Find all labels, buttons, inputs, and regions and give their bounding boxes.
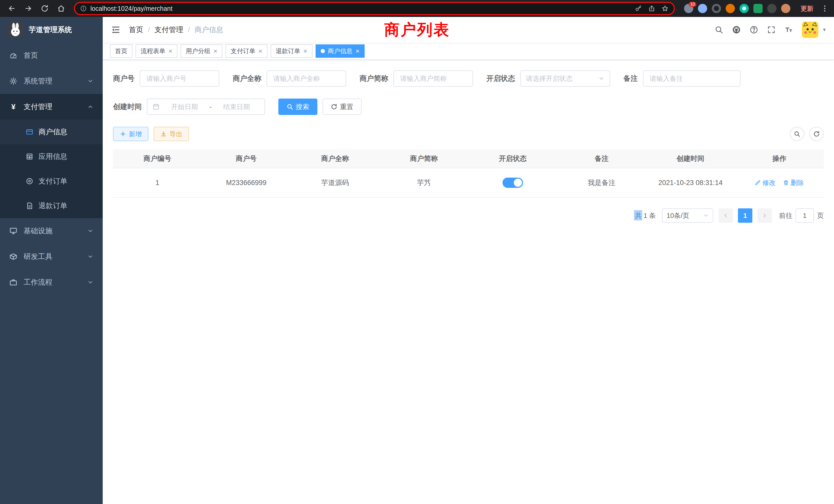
close-icon[interactable]: × <box>304 48 307 54</box>
help-icon[interactable] <box>749 25 758 34</box>
extension-ring-icon[interactable] <box>712 4 721 13</box>
search-icon[interactable] <box>715 25 723 34</box>
calendar-icon <box>153 103 160 110</box>
sidebar-item-workflow[interactable]: 工作流程 <box>0 270 103 295</box>
caret-down-icon[interactable]: ▾ <box>823 26 826 33</box>
app-title: 芋道管理系统 <box>29 25 72 35</box>
breadcrumb-payment[interactable]: 支付管理 <box>155 25 183 35</box>
tab-merchant-info[interactable]: 商户信息 × <box>315 44 365 58</box>
extension-profile-icon[interactable] <box>781 4 790 13</box>
fullscreen-icon[interactable] <box>767 25 776 34</box>
tab-process-form[interactable]: 流程表单 × <box>136 44 177 58</box>
table-toolbar: 新增 导出 <box>113 127 824 141</box>
sidebar-item-system[interactable]: 系统管理 <box>0 68 103 94</box>
extension-note-icon[interactable] <box>753 4 763 13</box>
navbar-actions: ▾ <box>715 22 826 38</box>
plus-icon <box>120 131 126 137</box>
tab-pay-order[interactable]: 支付订单 × <box>225 44 267 58</box>
app-logo[interactable]: 芋道管理系统 <box>0 17 103 43</box>
status-toggle[interactable] <box>503 178 523 188</box>
share-icon[interactable] <box>648 5 655 12</box>
tab-user-group[interactable]: 用户分组 × <box>180 44 222 58</box>
create-time-range-picker[interactable]: 开始日期 - 结束日期 <box>147 98 265 115</box>
reset-button[interactable]: 重置 <box>323 98 361 115</box>
sidebar-subitem-pay-order[interactable]: 支付订单 <box>0 169 103 193</box>
font-size-icon[interactable] <box>785 25 793 34</box>
extension-drop-icon[interactable] <box>698 4 707 13</box>
chevron-down-icon <box>598 75 605 82</box>
toggle-search-button[interactable] <box>790 127 804 141</box>
remark-input[interactable] <box>643 70 741 87</box>
circle-dot-icon <box>26 177 34 185</box>
briefcase-icon <box>9 278 18 287</box>
edit-link[interactable]: 修改 <box>755 178 776 187</box>
notification-badge: 10 <box>689 2 696 7</box>
cell-status <box>468 178 557 188</box>
forward-icon[interactable] <box>22 2 35 15</box>
sidebar-group-payment: ¥ 支付管理 商户信息 应用信息 支付订单 <box>0 94 103 218</box>
browser-update-button[interactable]: 更新 <box>796 4 817 13</box>
chevron-left-icon <box>723 212 729 219</box>
close-icon[interactable]: × <box>356 48 359 54</box>
remark-label: 备注 <box>623 74 638 84</box>
hamburger-icon[interactable] <box>111 25 121 35</box>
dashboard-icon <box>9 51 18 60</box>
page-size-select[interactable]: 10条/页 <box>662 208 713 223</box>
page-1-button[interactable]: 1 <box>738 208 752 223</box>
search-button[interactable]: 搜索 <box>278 98 317 115</box>
extension-swirl-icon[interactable] <box>740 4 749 13</box>
total-count: 共 1 条 <box>635 211 656 220</box>
breadcrumb-home[interactable]: 首页 <box>129 25 143 35</box>
full-name-input[interactable] <box>266 70 346 87</box>
full-name-label: 商户全称 <box>233 74 261 84</box>
github-icon[interactable] <box>732 25 741 34</box>
merchant-no-input[interactable] <box>140 70 219 87</box>
back-icon[interactable] <box>5 2 19 15</box>
extensions-area: 10 <box>681 4 793 13</box>
sidebar-subitem-merchant-info[interactable]: 商户信息 <box>0 120 103 144</box>
extension-pinwheel-icon[interactable] <box>767 4 776 13</box>
avatar[interactable] <box>802 22 818 38</box>
info-icon[interactable] <box>80 5 87 12</box>
jump-page-input[interactable] <box>795 208 814 223</box>
key-icon[interactable] <box>635 5 642 12</box>
sidebar-item-payment[interactable]: ¥ 支付管理 <box>0 94 103 120</box>
tab-refund-order[interactable]: 退款订单 × <box>271 44 312 58</box>
table-row: 1 M233666999 芋道源码 芋艿 我是备注 2021-10-23 08:… <box>113 168 824 198</box>
sidebar-subitem-app-info[interactable]: 应用信息 <box>0 144 103 169</box>
page-jumper: 前往 页 <box>779 208 824 223</box>
sidebar-subitem-refund-order[interactable]: 退款订单 <box>0 193 103 218</box>
prev-page-button[interactable] <box>719 208 733 223</box>
sidebar-item-devtools[interactable]: 研发工具 <box>0 244 103 270</box>
refresh-table-button[interactable] <box>809 127 824 141</box>
sidebar-item-infra[interactable]: 基础设施 <box>0 218 103 244</box>
star-icon[interactable] <box>661 5 668 12</box>
status-select[interactable]: 请选择开启状态 <box>520 70 610 87</box>
delete-link[interactable]: 删除 <box>783 178 804 187</box>
tab-home[interactable]: 首页 <box>110 44 132 58</box>
export-button[interactable]: 导出 <box>154 127 189 141</box>
close-icon[interactable]: × <box>258 48 262 54</box>
close-icon[interactable]: × <box>169 48 172 54</box>
reload-icon[interactable] <box>38 2 51 15</box>
cell-id: 1 <box>113 179 202 187</box>
extension-avatar-icon[interactable] <box>726 4 735 13</box>
extension-puzzle-icon[interactable]: 10 <box>684 4 693 13</box>
home-icon[interactable] <box>54 2 68 15</box>
chevron-right-icon <box>762 212 768 219</box>
kebab-menu-icon[interactable] <box>821 4 829 13</box>
breadcrumb-current: 商户信息 <box>195 25 223 35</box>
next-page-button[interactable] <box>758 208 772 223</box>
address-bar[interactable]: localhost:1024/pay/merchant <box>74 2 675 15</box>
create-time-label: 创建时间 <box>113 102 142 112</box>
add-button[interactable]: 新增 <box>113 127 148 141</box>
cell-full-name: 芋道源码 <box>291 178 379 187</box>
close-icon[interactable]: × <box>213 48 217 54</box>
chevron-down-icon <box>703 213 709 219</box>
merchant-no-label: 商户号 <box>113 74 135 84</box>
sidebar-item-home[interactable]: 首页 <box>0 43 103 68</box>
main-area: 首页 / 支付管理 / 商户信息 <box>103 17 834 504</box>
page-content: 商户号 商户全称 商户简称 开启状态 请选择开启状态 <box>103 60 834 504</box>
annotation-merchant-list: 商户列表 <box>384 20 450 40</box>
short-name-input[interactable] <box>393 70 473 87</box>
